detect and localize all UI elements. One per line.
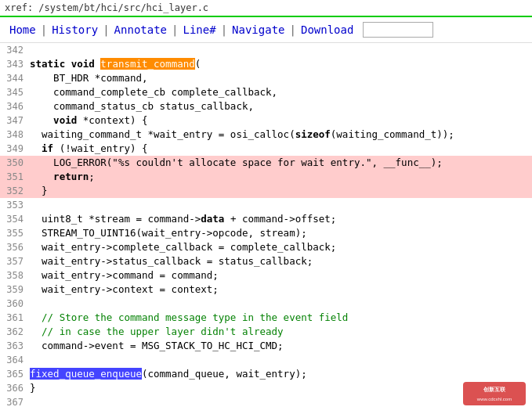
code-container: 342 343 static void transmit_command( 34… bbox=[0, 43, 532, 409]
line-num-353: 353 bbox=[0, 198, 30, 212]
line-content-358: wait_entry->command = command; bbox=[30, 268, 532, 283]
code-line-359: 359 wait_entry->context = context; bbox=[0, 283, 532, 297]
sep5: | bbox=[288, 23, 298, 36]
line-content-347: void *context) { bbox=[30, 113, 532, 128]
nav-bar: Home | History | Annotate | Line# | Navi… bbox=[0, 17, 532, 43]
code-line-355: 355 STREAM_TO_UINT16(wait_entry->opcode,… bbox=[0, 226, 532, 240]
line-content-356: wait_entry->complete_callback = complete… bbox=[30, 240, 532, 254]
line-content-349: if (!wait_entry) { bbox=[30, 142, 532, 156]
code-line-367: 367 bbox=[0, 395, 532, 409]
code-line-366: 366 } bbox=[0, 381, 532, 395]
code-line-356: 356 wait_entry->complete_callback = comp… bbox=[0, 240, 532, 254]
line-content-363: command->event = MSG_STACK_TO_HC_HCI_CMD… bbox=[30, 339, 532, 353]
code-line-362: 362 // in case the upper layer didn't al… bbox=[0, 325, 532, 339]
line-num-352: 352 bbox=[0, 184, 30, 198]
search-input[interactable] bbox=[363, 22, 433, 38]
line-num-347: 347 bbox=[0, 113, 30, 128]
line-content-354: uint8_t *stream = command->data + comman… bbox=[30, 212, 532, 226]
line-num-348: 348 bbox=[0, 128, 30, 142]
code-line-360: 360 bbox=[0, 297, 532, 311]
code-line-363: 363 command->event = MSG_STACK_TO_HC_HCI… bbox=[0, 339, 532, 353]
line-num-363: 363 bbox=[0, 339, 30, 353]
line-content-352: } bbox=[30, 184, 532, 198]
nav-download[interactable]: Download bbox=[298, 22, 356, 38]
line-num-367: 367 bbox=[0, 395, 30, 409]
code-line-347: 347 void *context) { bbox=[0, 113, 532, 128]
line-num-350: 350 bbox=[0, 156, 30, 170]
line-num-349: 349 bbox=[0, 142, 30, 156]
line-num-346: 346 bbox=[0, 99, 30, 113]
line-num-362: 362 bbox=[0, 325, 30, 339]
line-num-354: 354 bbox=[0, 212, 30, 226]
line-num-355: 355 bbox=[0, 226, 30, 240]
line-num-344: 344 bbox=[0, 71, 30, 85]
line-content-348: waiting_command_t *wait_entry = osi_call… bbox=[30, 128, 532, 142]
line-num-364: 364 bbox=[0, 353, 30, 367]
watermark: 创新互联 www.cdcxhl.com bbox=[463, 382, 526, 408]
nav-history[interactable]: History bbox=[49, 22, 101, 38]
code-line-364: 364 bbox=[0, 353, 532, 367]
code-line-358: 358 wait_entry->command = command; bbox=[0, 268, 532, 283]
line-num-359: 359 bbox=[0, 283, 30, 297]
line-num-357: 357 bbox=[0, 254, 30, 268]
line-content-366: } bbox=[30, 381, 532, 395]
line-num-345: 345 bbox=[0, 85, 30, 99]
line-content-357: wait_entry->status_callback = status_cal… bbox=[30, 254, 532, 268]
line-content-359: wait_entry->context = context; bbox=[30, 283, 532, 297]
code-line-365: 365 fixed_queue_enqueue(command_queue, w… bbox=[0, 367, 532, 381]
code-line-354: 354 uint8_t *stream = command->data + co… bbox=[0, 212, 532, 226]
code-line-351: 351 return; bbox=[0, 170, 532, 184]
line-num-342: 342 bbox=[0, 43, 30, 57]
code-line-349: 349 if (!wait_entry) { bbox=[0, 142, 532, 156]
code-line-342: 342 bbox=[0, 43, 532, 57]
line-content-355: STREAM_TO_UINT16(wait_entry->opcode, str… bbox=[30, 226, 532, 240]
line-num-366: 366 bbox=[0, 381, 30, 395]
code-line-352: 352 } bbox=[0, 184, 532, 198]
line-num-351: 351 bbox=[0, 170, 30, 184]
sep4: | bbox=[219, 23, 229, 36]
svg-text:www.cdcxhl.com: www.cdcxhl.com bbox=[476, 397, 512, 401]
sep3: | bbox=[170, 23, 179, 36]
code-line-346: 346 command_status_cb status_callback, bbox=[0, 99, 532, 113]
line-num-343: 343 bbox=[0, 57, 30, 71]
line-num-361: 361 bbox=[0, 311, 30, 325]
code-line-350: 350 LOG_ERROR("%s couldn't allocate spac… bbox=[0, 156, 532, 170]
line-content-345: command_complete_cb complete_callback, bbox=[30, 85, 532, 99]
sep1: | bbox=[39, 23, 49, 36]
nav-lineno[interactable]: Line# bbox=[179, 22, 219, 38]
line-content-350: LOG_ERROR("%s couldn't allocate space fo… bbox=[30, 156, 532, 170]
line-content-365: fixed_queue_enqueue(command_queue, wait_… bbox=[30, 367, 532, 381]
code-line-348: 348 waiting_command_t *wait_entry = osi_… bbox=[0, 128, 532, 142]
svg-rect-0 bbox=[463, 382, 526, 405]
line-content-346: command_status_cb status_callback, bbox=[30, 99, 532, 113]
xref-bar: xref: /system/bt/hci/src/hci_layer.c bbox=[0, 0, 532, 17]
nav-annotate[interactable]: Annotate bbox=[111, 22, 170, 38]
line-num-358: 358 bbox=[0, 268, 30, 283]
svg-text:创新互联: 创新互联 bbox=[483, 386, 506, 392]
nav-navigate[interactable]: Navigate bbox=[229, 22, 288, 38]
line-num-356: 356 bbox=[0, 240, 30, 254]
code-line-353: 353 bbox=[0, 198, 532, 212]
line-num-365: 365 bbox=[0, 367, 30, 381]
line-content-351: return; bbox=[30, 170, 532, 184]
code-line-361: 361 // Store the command message type in… bbox=[0, 311, 532, 325]
line-content-343: static void transmit_command( bbox=[30, 57, 532, 71]
xref-path: xref: /system/bt/hci/src/hci_layer.c bbox=[5, 2, 208, 13]
nav-home[interactable]: Home bbox=[6, 22, 39, 38]
line-content-344: BT_HDR *command, bbox=[30, 71, 532, 85]
line-num-360: 360 bbox=[0, 297, 30, 311]
code-line-357: 357 wait_entry->status_callback = status… bbox=[0, 254, 532, 268]
sep2: | bbox=[101, 23, 110, 36]
code-line-343: 343 static void transmit_command( bbox=[0, 57, 532, 71]
code-line-344: 344 BT_HDR *command, bbox=[0, 71, 532, 85]
code-line-345: 345 command_complete_cb complete_callbac… bbox=[0, 85, 532, 99]
line-content-361: // Store the command message type in the… bbox=[30, 311, 532, 325]
line-content-362: // in case the upper layer didn't alread… bbox=[30, 325, 532, 339]
